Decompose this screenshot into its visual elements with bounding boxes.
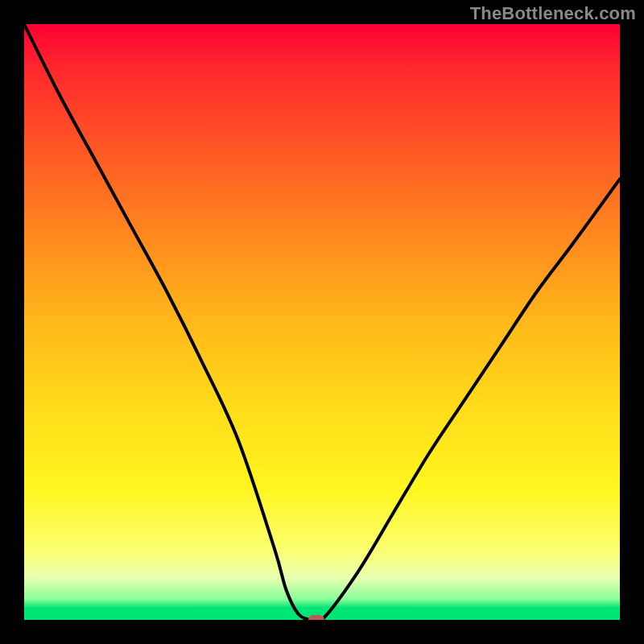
watermark-text: TheBottleneck.com bbox=[470, 3, 636, 24]
optimum-marker bbox=[308, 615, 324, 620]
chart-frame: TheBottleneck.com bbox=[0, 0, 644, 644]
bottleneck-curve bbox=[24, 24, 620, 620]
curve-svg bbox=[24, 24, 620, 620]
plot-area bbox=[24, 24, 620, 620]
